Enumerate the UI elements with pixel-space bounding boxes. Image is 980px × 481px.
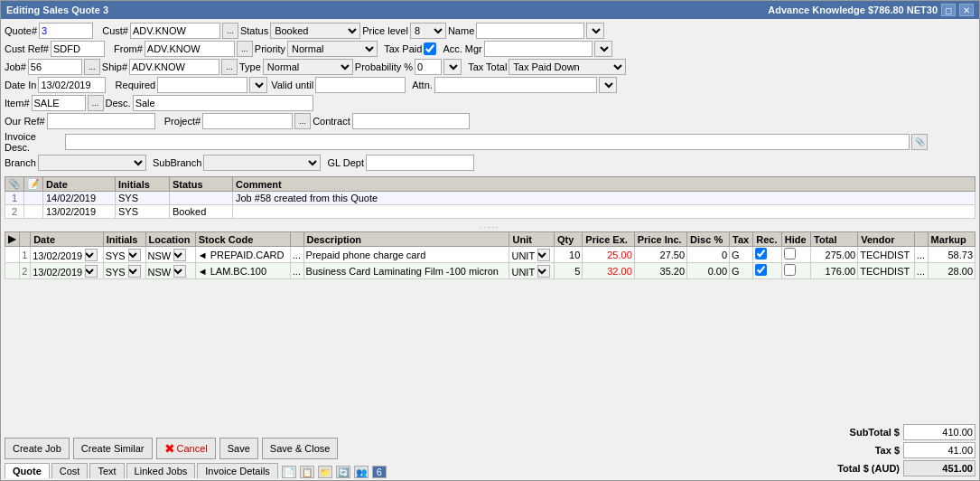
items-table: ▶ Date Initials Location Stock Code Desc… [5,231,975,279]
tax-total-select[interactable]: Tax Paid Down [509,59,626,75]
items-row-2-nav [5,263,20,279]
items-row-2-rec-checkbox[interactable] [755,264,767,276]
save-button[interactable]: Save [219,438,258,459]
cancel-label: Cancel [177,443,208,454]
project-input[interactable] [202,113,293,129]
cancel-button[interactable]: ✖ Cancel [156,438,216,459]
invoice-desc-attach-button[interactable]: 📎 [911,134,928,150]
valid-until-label: Valid until [271,80,313,90]
items-header-row: ▶ Date Initials Location Stock Code Desc… [5,232,975,247]
form-row-2: Cust Ref# From# ... Priority Normal Tax … [5,41,975,57]
items-row-2-hide-checkbox[interactable] [784,264,796,276]
gl-dept-input[interactable] [366,155,474,171]
close-button[interactable]: ✕ [959,4,974,16]
items-col-date: Date [31,232,103,247]
name-input[interactable] [476,23,584,39]
tab-icon-5[interactable]: 👥 [354,466,369,478]
attn-input[interactable] [434,77,597,93]
items-row-1-price-ex: 25.00 [583,247,634,263]
log-row-2-comment [233,205,975,219]
items-row-1-rec-checkbox[interactable] [755,248,767,259]
tax-paid-checkbox[interactable] [424,42,436,55]
attn-select[interactable] [599,77,617,93]
tax-label: Tax $ [809,445,900,456]
status-label: Status [240,25,268,36]
status-select[interactable]: Booked [270,23,360,39]
project-dots-button[interactable]: ... [294,113,311,129]
items-col-unit: Unit [509,232,555,247]
desc-input[interactable] [133,95,313,111]
total-label: Total $ (AUD) [809,463,900,474]
item-dots-button[interactable]: ... [88,95,104,111]
items-row-2-unit-select[interactable] [537,265,550,278]
log-row-2-empty [24,205,43,219]
tab-icon-1[interactable]: 📄 [282,466,296,478]
from-input[interactable] [145,41,235,57]
items-row-1-location-select[interactable] [173,249,186,261]
valid-until-input[interactable] [315,77,406,93]
probability-select[interactable] [443,59,462,75]
tab-icon-count[interactable]: 6 [372,466,387,478]
items-row-1-hide-checkbox[interactable] [784,248,796,259]
tab-invoice-details[interactable]: Invoice Details [197,463,278,478]
cust-ref-input[interactable] [51,41,105,57]
items-row-2-date-select[interactable] [85,265,98,278]
items-row-1-date-select[interactable] [85,249,98,261]
tax-value[interactable] [903,442,975,458]
restore-button[interactable]: ◻ [941,4,956,16]
action-buttons-row: Create Job Create Similar ✖ Cancel Save … [5,438,387,459]
save-close-button[interactable]: Save & Close [262,438,339,459]
items-row-1-unit-select[interactable] [537,249,550,261]
priority-select[interactable]: Normal [287,41,378,57]
log-col-status: Status [170,177,233,192]
our-ref-input[interactable] [47,113,155,129]
create-similar-button[interactable]: Create Similar [73,438,153,459]
job-dots-button[interactable]: ... [84,59,100,75]
tab-icon-3[interactable]: 📁 [318,466,332,478]
acc-mgr-select[interactable] [594,41,612,57]
items-col-vendor: Vendor [858,232,915,247]
from-dots-button[interactable]: ... [237,41,253,57]
cust-dots-button[interactable]: ... [222,23,238,39]
items-col-disc: Disc % [687,232,730,247]
quote-input[interactable] [39,23,93,39]
items-col-total: Total [811,232,858,247]
total-value[interactable] [903,460,975,476]
required-input[interactable] [157,77,247,93]
create-job-button[interactable]: Create Job [5,438,70,459]
item-input[interactable] [32,95,86,111]
type-select[interactable]: Normal [263,59,353,75]
ship-input[interactable] [129,59,219,75]
acc-mgr-input[interactable] [484,41,593,57]
subtotal-value[interactable] [903,424,975,440]
tab-quote[interactable]: Quote [5,463,50,478]
price-level-select[interactable]: 8 [410,23,446,39]
items-row-2-location-select[interactable] [173,265,186,278]
items-row-1-location: NSW [145,247,195,263]
tab-icon-2[interactable]: 📋 [300,466,314,478]
items-row-2-qty: 5 [555,263,583,279]
date-in-input[interactable] [38,77,106,93]
contract-input[interactable] [352,113,470,129]
subbranch-select[interactable] [203,155,321,171]
job-input[interactable] [28,59,82,75]
probability-input[interactable] [415,59,442,75]
items-row-1-initials-select[interactable] [128,249,141,261]
tab-linked-jobs[interactable]: Linked Jobs [126,463,196,478]
log-row-1-empty [24,192,43,205]
items-row-2-initials-select[interactable] [128,265,141,278]
branch-select[interactable] [38,155,146,171]
invoice-desc-input[interactable] [65,134,910,150]
cust-label: Cust# [102,25,128,36]
acc-mgr-label: Acc. Mgr [443,43,481,54]
name-select[interactable] [586,23,604,39]
cancel-icon: ✖ [164,441,175,456]
tab-icon-4[interactable]: 🔄 [336,466,350,478]
window-title: Editing Sales Quote 3 [6,5,108,15]
required-select[interactable] [249,77,267,93]
ship-dots-button[interactable]: ... [221,59,238,75]
tab-text[interactable]: Text [89,463,124,478]
cust-input[interactable] [130,23,220,39]
tab-cost[interactable]: Cost [51,463,89,478]
log-row-2: 2 13/02/2019 SYS Booked [5,205,975,219]
